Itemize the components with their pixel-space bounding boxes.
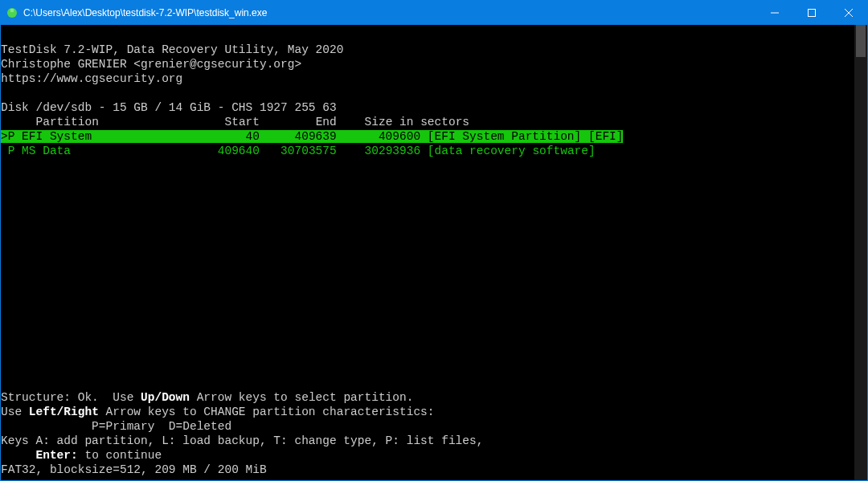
maximize-button[interactable] [793, 1, 830, 25]
close-button[interactable] [830, 1, 867, 25]
header-line-1: TestDisk 7.2-WIP, Data Recovery Utility,… [1, 43, 343, 56]
table-header: Partition Start End Size in sectors [1, 116, 469, 128]
svg-rect-3 [809, 10, 816, 17]
minimize-button[interactable] [756, 1, 793, 25]
console-area[interactable]: TestDisk 7.2-WIP, Data Recovery Utility,… [1, 25, 854, 480]
leftright-key: Left/Right [29, 406, 99, 418]
enter-key: Enter: [36, 449, 78, 462]
disk-line: Disk /dev/sdb - 15 GB / 14 GiB - CHS 192… [1, 101, 337, 114]
partition-row-selected[interactable]: >P EFI System 40 409639 409600 [EFI Syst… [1, 130, 623, 143]
fs-line: FAT32, blocksize=512, 209 MB / 200 MiB [1, 463, 267, 476]
enter-line: Enter: to continue [1, 449, 162, 462]
updown-key: Up/Down [141, 391, 190, 404]
console-client: TestDisk 7.2-WIP, Data Recovery Utility,… [1, 25, 867, 480]
app-icon [6, 6, 18, 19]
app-window: C:\Users\Alex\Desktop\testdisk-7.2-WIP\t… [0, 0, 868, 481]
header-line-3: https://www.cgsecurity.org [1, 72, 182, 85]
svg-rect-1 [10, 9, 14, 12]
partition-row[interactable]: P MS Data 409640 30703575 30293936 [data… [1, 145, 596, 157]
scrollbar[interactable] [854, 25, 867, 480]
footer-block: Structure: Ok. Use Up/Down Arrow keys to… [1, 376, 841, 477]
change-line: Use Left/Right Arrow keys to CHANGE part… [1, 406, 435, 418]
legend-line: P=Primary D=Deleted [1, 420, 231, 433]
titlebar[interactable]: C:\Users\Alex\Desktop\testdisk-7.2-WIP\t… [1, 1, 867, 25]
header-line-2: Christophe GRENIER <grenier@cgsecurity.o… [1, 58, 301, 71]
keys-line: Keys A: add partition, L: load backup, T… [1, 434, 483, 447]
window-title: C:\Users\Alex\Desktop\testdisk-7.2-WIP\t… [23, 7, 267, 18]
scrollbar-thumb[interactable] [856, 25, 866, 57]
structure-line: Structure: Ok. Use Up/Down Arrow keys to… [1, 391, 413, 404]
